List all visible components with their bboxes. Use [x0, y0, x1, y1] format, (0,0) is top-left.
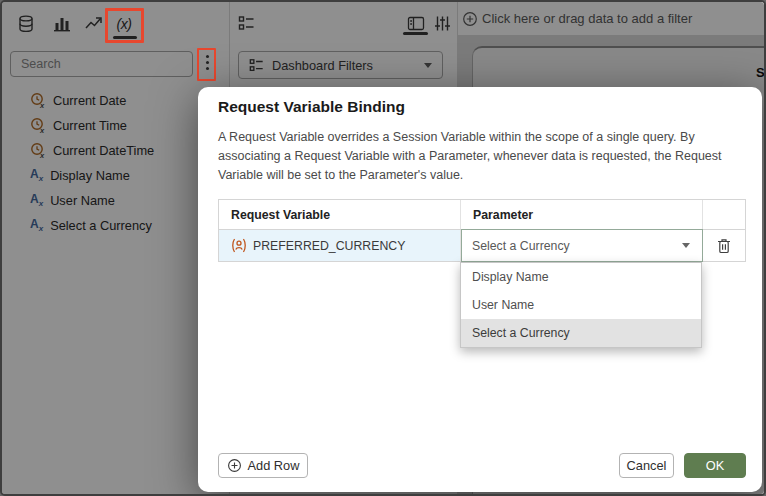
parameter-select[interactable]: Select a Currency — [461, 229, 703, 262]
request-variable-binding-dialog: Request Variable Binding A Request Varia… — [198, 87, 762, 492]
delete-row-button[interactable] — [703, 230, 745, 261]
parameter-select-value: Select a Currency — [472, 239, 570, 253]
dropdown-option-display-name[interactable]: Display Name — [461, 263, 701, 291]
table-row: PREFERRED_CURRENCY Select a Currency — [219, 230, 745, 261]
request-variable-name: PREFERRED_CURRENCY — [253, 239, 405, 253]
actions-cell — [703, 230, 745, 261]
annotation-box-fx-icon — [105, 8, 144, 43]
chevron-down-icon — [682, 243, 690, 248]
ok-button[interactable]: OK — [684, 453, 746, 478]
plus-circle-icon — [227, 458, 242, 473]
parameter-cell: Select a Currency — [461, 230, 703, 261]
annotation-box-kebab — [197, 48, 216, 81]
dropdown-option-user-name[interactable]: User Name — [461, 291, 701, 319]
cancel-button[interactable]: Cancel — [619, 453, 674, 478]
parameter-dropdown-menu: Display Name User Name Select a Currency — [460, 262, 702, 348]
column-header-actions — [703, 200, 745, 229]
binding-table: Request Variable Parameter PREFERRED_CUR… — [218, 199, 746, 262]
ok-label: OK — [706, 458, 725, 473]
dialog-title: Request Variable Binding — [218, 98, 405, 116]
dialog-description: A Request Variable overrides a Session V… — [218, 128, 758, 184]
app-window: (x) Search x Current Date x Current Time… — [0, 0, 766, 496]
add-row-button[interactable]: Add Row — [218, 453, 308, 478]
table-header-row: Request Variable Parameter — [219, 200, 745, 230]
cancel-label: Cancel — [627, 458, 667, 473]
dropdown-option-select-a-currency[interactable]: Select a Currency — [461, 319, 701, 347]
request-variable-cell: PREFERRED_CURRENCY — [219, 230, 461, 261]
column-header-parameter: Parameter — [461, 200, 703, 229]
session-variable-icon — [231, 238, 247, 253]
column-header-request-variable: Request Variable — [219, 200, 461, 229]
add-row-label: Add Row — [248, 458, 300, 473]
trash-icon — [717, 238, 731, 254]
